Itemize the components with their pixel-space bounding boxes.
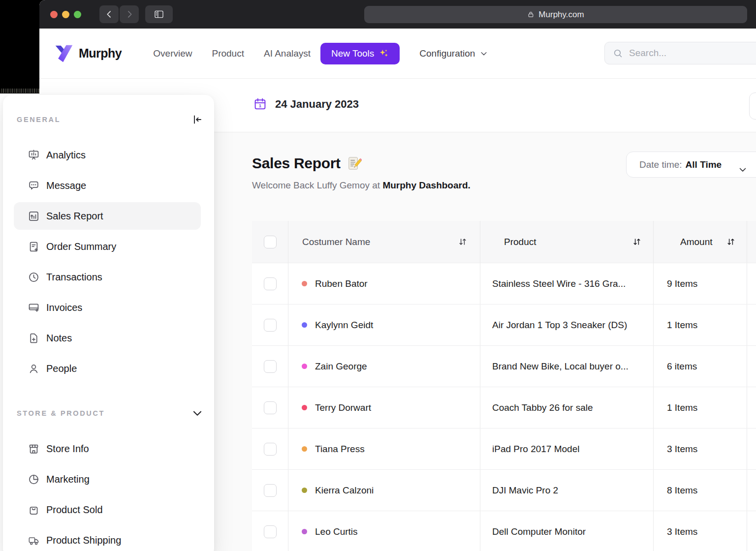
sidebar-item-invoices[interactable]: Invoices (14, 294, 201, 321)
sidebar-item-product-sold[interactable]: Product Sold (14, 496, 201, 523)
sidebar-sections: GENERALAnalyticsMessageSales ReportOrder… (3, 113, 214, 551)
sidebar-item-label: People (46, 363, 77, 374)
row-checkbox[interactable] (264, 484, 277, 497)
customer-name: Leo Curtis (315, 526, 358, 537)
store-info-icon (28, 443, 40, 455)
nav-link-ai-analayst[interactable]: AI Analayst (264, 48, 311, 59)
address-bar[interactable]: Murphy.com (364, 6, 747, 23)
sidebar-item-label: Product Shipping (46, 535, 121, 546)
table-row: Kierra Calzoni DJI Mavic Pro 2 8 Items (252, 469, 756, 511)
sort-icon[interactable] (620, 237, 642, 247)
sidebar-section-store-product: STORE & PRODUCTStore InfoMarketingProduc… (3, 407, 214, 551)
row-checkbox-cell (252, 346, 288, 387)
page-title-text: Sales Report (252, 155, 341, 172)
row-checkbox[interactable] (264, 277, 277, 290)
column-header-amount[interactable]: Amount (653, 221, 747, 263)
amount-value: 8 Items (654, 485, 697, 496)
sidebar-item-notes[interactable]: Notes (14, 324, 201, 352)
product-name: Brand New Bike, Local buyer o... (480, 361, 629, 372)
nav-link-overview[interactable]: Overview (153, 48, 192, 59)
product-cell: Air Jordan 1 Top 3 Sneaker (DS) (480, 305, 653, 345)
datetime-filter[interactable]: Date time: All Time (626, 152, 756, 178)
sidebar-item-label: Message (46, 180, 86, 191)
column-header-customer[interactable]: Costumer Name (288, 221, 480, 263)
section-items: AnalyticsMessageSales ReportOrder Summar… (3, 141, 214, 382)
search-box (604, 42, 756, 64)
section-chevron-icon[interactable] (191, 407, 204, 420)
forward-button[interactable] (120, 5, 139, 23)
row-checkbox[interactable] (264, 525, 277, 538)
sidebar-section-general: GENERALAnalyticsMessageSales ReportOrder… (3, 113, 214, 382)
sidebar-item-analytics[interactable]: Analytics (14, 141, 201, 169)
product-cell: DJI Mavic Pro 2 (480, 470, 653, 511)
url-text: Murphy.com (538, 10, 584, 20)
row-checkbox[interactable] (264, 443, 277, 456)
screenshot-stage: Murphy.com Murphy OverviewProductAI Anal… (0, 0, 756, 551)
sort-icon[interactable] (457, 237, 468, 247)
welcome-prefix: Welcome Back Luffy Gemoy at (252, 180, 382, 190)
table-row: Ruben Bator Stainless Steel Wire - 316 G… (252, 263, 756, 304)
clipped-action-button[interactable] (749, 92, 756, 120)
select-all-checkbox[interactable] (264, 236, 277, 248)
configuration-menu[interactable]: Configuration (419, 48, 488, 59)
row-checkbox-cell (252, 511, 288, 551)
sidebar-item-label: Sales Report (46, 211, 103, 222)
sidebar-item-store-info[interactable]: Store Info (14, 435, 201, 462)
sidebar-item-people[interactable]: People (14, 355, 201, 382)
sort-icon[interactable] (712, 237, 736, 247)
sidebar-item-label: Analytics (46, 150, 86, 161)
product-name: Dell Computer Monitor (480, 526, 586, 537)
customer-cell: Zain George (288, 346, 480, 387)
clipped-cell (747, 429, 756, 469)
table-row: Zain George Brand New Bike, Local buyer … (252, 345, 756, 387)
window-sidebar-icon (154, 9, 164, 20)
minimize-button[interactable] (62, 11, 69, 18)
lock-icon (527, 11, 535, 18)
amount-cell: 3 Items (653, 429, 747, 469)
sidebar-item-label: Transactions (46, 272, 102, 283)
amount-value: 1 Items (654, 402, 697, 413)
row-checkbox[interactable] (264, 319, 277, 332)
column-label: Amount (667, 237, 712, 247)
column-header-product[interactable]: Product (480, 221, 653, 263)
zoom-button[interactable] (74, 11, 81, 18)
sidebar-item-transactions[interactable]: Transactions (14, 263, 201, 291)
customer-cell: Ruben Bator (288, 263, 480, 304)
sidebar: GENERALAnalyticsMessageSales ReportOrder… (3, 95, 214, 551)
back-button[interactable] (99, 5, 119, 23)
product-sold-icon (28, 504, 40, 516)
row-checkbox-cell (252, 470, 288, 511)
memo-icon (346, 156, 362, 171)
nav-link-product[interactable]: Product (212, 48, 244, 59)
amount-value: 9 Items (654, 278, 697, 289)
row-checkbox[interactable] (264, 360, 277, 373)
sidebar-item-label: Store Info (46, 443, 89, 455)
page-head: Sales Report Welcome Back Luffy Gemoy at… (252, 155, 471, 191)
status-dot (302, 364, 307, 369)
amount-value: 1 Items (654, 320, 697, 331)
sidebar-item-label: Invoices (46, 302, 82, 313)
sidebar-item-sales-report[interactable]: Sales Report (14, 202, 201, 230)
search-input[interactable] (628, 47, 756, 59)
collapse-sidebar-icon[interactable] (191, 113, 204, 126)
brand-logo[interactable]: Murphy (54, 44, 122, 63)
sidebar-item-product-shipping[interactable]: Product Shipping (14, 526, 201, 551)
table-row: Terry Dorwart Coach Tabby 26 for sale 1 … (252, 387, 756, 428)
sidebar-item-order-summary[interactable]: Order Summary (14, 233, 201, 260)
status-dot (302, 488, 307, 493)
customer-name: Ruben Bator (315, 278, 368, 289)
invoices-icon (28, 302, 40, 314)
table-row: Leo Curtis Dell Computer Monitor 3 Items (252, 511, 756, 551)
sidebar-toggle-button[interactable] (145, 5, 173, 23)
new-tools-button[interactable]: New Tools (320, 43, 400, 64)
close-button[interactable] (50, 11, 58, 18)
svg-text:1: 1 (259, 103, 262, 108)
product-cell: iPad Pro 2017 Model (480, 429, 653, 469)
chevron-left-icon (104, 9, 114, 19)
sidebar-item-message[interactable]: Message (14, 172, 201, 199)
row-checkbox[interactable] (264, 401, 277, 414)
product-name: DJI Mavic Pro 2 (480, 485, 558, 496)
customer-name: Terry Dorwart (315, 402, 371, 413)
sidebar-item-marketing[interactable]: Marketing (14, 465, 201, 493)
customer-cell: Kaylynn Geidt (288, 305, 480, 345)
